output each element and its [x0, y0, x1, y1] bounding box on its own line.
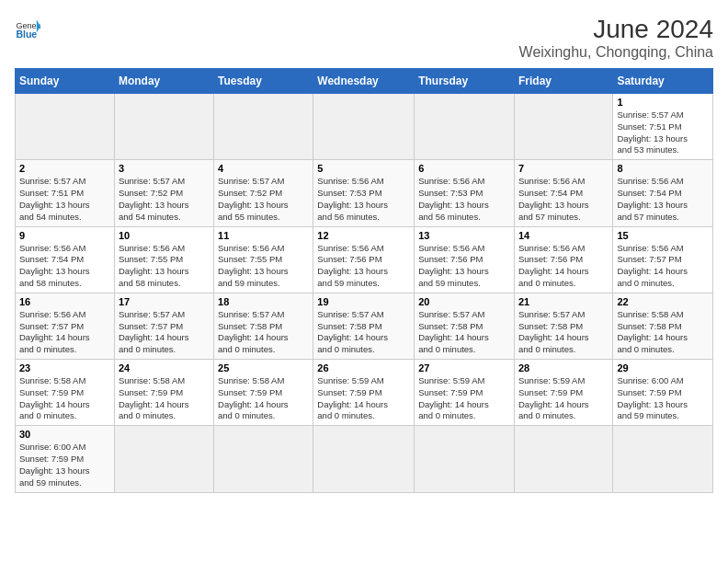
day-cell	[415, 94, 515, 160]
day-cell: 25Sunrise: 5:58 AM Sunset: 7:59 PM Dayli…	[214, 360, 313, 426]
col-header-sunday: Sunday	[16, 69, 115, 94]
day-cell	[114, 94, 213, 160]
week-row-2: 2Sunrise: 5:57 AM Sunset: 7:51 PM Daylig…	[16, 160, 713, 226]
day-number: 12	[317, 230, 410, 241]
day-cell: 19Sunrise: 5:57 AM Sunset: 7:58 PM Dayli…	[313, 293, 415, 359]
day-cell	[214, 426, 313, 492]
day-number: 16	[19, 296, 110, 307]
day-cell: 28Sunrise: 5:59 AM Sunset: 7:59 PM Dayli…	[514, 360, 612, 426]
subtitle: Weixinghu, Chongqing, China	[519, 44, 713, 61]
day-cell: 27Sunrise: 5:59 AM Sunset: 7:59 PM Dayli…	[415, 360, 515, 426]
day-cell: 1Sunrise: 5:57 AM Sunset: 7:51 PM Daylig…	[613, 94, 713, 160]
day-info: Sunrise: 6:00 AM Sunset: 7:59 PM Dayligh…	[19, 442, 110, 488]
day-number: 11	[218, 230, 309, 241]
day-cell: 22Sunrise: 5:58 AM Sunset: 7:58 PM Dayli…	[613, 293, 713, 359]
day-info: Sunrise: 5:56 AM Sunset: 7:56 PM Dayligh…	[518, 243, 609, 290]
day-cell: 23Sunrise: 5:58 AM Sunset: 7:59 PM Dayli…	[16, 360, 115, 426]
day-cell	[313, 94, 415, 160]
day-cell: 10Sunrise: 5:56 AM Sunset: 7:55 PM Dayli…	[114, 226, 213, 293]
day-info: Sunrise: 5:56 AM Sunset: 7:53 PM Dayligh…	[317, 176, 410, 223]
day-number: 18	[218, 296, 309, 307]
day-number: 23	[19, 362, 110, 373]
day-cell: 15Sunrise: 5:56 AM Sunset: 7:57 PM Dayli…	[613, 226, 713, 293]
day-cell: 30Sunrise: 6:00 AM Sunset: 7:59 PM Dayli…	[16, 426, 115, 492]
day-number: 7	[518, 163, 609, 174]
week-row-5: 23Sunrise: 5:58 AM Sunset: 7:59 PM Dayli…	[16, 360, 713, 426]
col-header-monday: Monday	[114, 69, 213, 94]
day-number: 26	[317, 362, 410, 373]
day-info: Sunrise: 5:56 AM Sunset: 7:56 PM Dayligh…	[418, 243, 510, 290]
day-info: Sunrise: 5:59 AM Sunset: 7:59 PM Dayligh…	[418, 375, 510, 422]
day-cell: 4Sunrise: 5:57 AM Sunset: 7:52 PM Daylig…	[214, 160, 313, 226]
day-info: Sunrise: 5:58 AM Sunset: 7:59 PM Dayligh…	[119, 375, 210, 422]
day-cell: 2Sunrise: 5:57 AM Sunset: 7:51 PM Daylig…	[16, 160, 115, 226]
week-row-6: 30Sunrise: 6:00 AM Sunset: 7:59 PM Dayli…	[16, 426, 713, 492]
day-number: 28	[518, 362, 609, 373]
day-info: Sunrise: 5:57 AM Sunset: 7:58 PM Dayligh…	[317, 309, 410, 356]
day-number: 5	[317, 163, 410, 174]
day-cell	[114, 426, 213, 492]
day-cell: 9Sunrise: 5:56 AM Sunset: 7:54 PM Daylig…	[16, 226, 115, 293]
title-block: June 2024 Weixinghu, Chongqing, China	[519, 15, 713, 61]
day-number: 20	[418, 296, 510, 307]
day-cell	[16, 94, 115, 160]
col-header-friday: Friday	[514, 69, 612, 94]
day-number: 27	[418, 362, 510, 373]
col-header-wednesday: Wednesday	[313, 69, 415, 94]
day-info: Sunrise: 5:56 AM Sunset: 7:55 PM Dayligh…	[119, 243, 210, 290]
day-number: 9	[19, 230, 110, 241]
col-header-thursday: Thursday	[415, 69, 515, 94]
day-cell	[613, 426, 713, 492]
day-cell: 16Sunrise: 5:56 AM Sunset: 7:57 PM Dayli…	[16, 293, 115, 359]
day-cell: 11Sunrise: 5:56 AM Sunset: 7:55 PM Dayli…	[214, 226, 313, 293]
day-cell: 24Sunrise: 5:58 AM Sunset: 7:59 PM Dayli…	[114, 360, 213, 426]
header: General Blue June 2024 Weixinghu, Chongq…	[15, 15, 713, 61]
day-number: 21	[518, 296, 609, 307]
day-number: 22	[617, 296, 709, 307]
day-info: Sunrise: 5:56 AM Sunset: 7:54 PM Dayligh…	[518, 176, 609, 223]
day-cell	[514, 94, 612, 160]
day-info: Sunrise: 5:57 AM Sunset: 7:58 PM Dayligh…	[218, 309, 309, 356]
day-cell: 14Sunrise: 5:56 AM Sunset: 7:56 PM Dayli…	[514, 226, 612, 293]
day-cell: 17Sunrise: 5:57 AM Sunset: 7:57 PM Dayli…	[114, 293, 213, 359]
day-cell: 8Sunrise: 5:56 AM Sunset: 7:54 PM Daylig…	[613, 160, 713, 226]
day-info: Sunrise: 5:59 AM Sunset: 7:59 PM Dayligh…	[317, 375, 410, 422]
col-header-tuesday: Tuesday	[214, 69, 313, 94]
day-cell: 6Sunrise: 5:56 AM Sunset: 7:53 PM Daylig…	[415, 160, 515, 226]
day-number: 29	[617, 362, 709, 373]
day-cell: 7Sunrise: 5:56 AM Sunset: 7:54 PM Daylig…	[514, 160, 612, 226]
week-row-1: 1Sunrise: 5:57 AM Sunset: 7:51 PM Daylig…	[16, 94, 713, 160]
day-number: 14	[518, 230, 609, 241]
day-info: Sunrise: 5:56 AM Sunset: 7:54 PM Dayligh…	[617, 176, 709, 223]
day-number: 24	[119, 362, 210, 373]
day-info: Sunrise: 5:59 AM Sunset: 7:59 PM Dayligh…	[518, 375, 609, 422]
day-info: Sunrise: 6:00 AM Sunset: 7:59 PM Dayligh…	[617, 375, 709, 422]
day-cell	[313, 426, 415, 492]
day-number: 3	[119, 163, 210, 174]
day-info: Sunrise: 5:56 AM Sunset: 7:56 PM Dayligh…	[317, 243, 410, 290]
day-cell	[514, 426, 612, 492]
day-number: 13	[418, 230, 510, 241]
day-info: Sunrise: 5:57 AM Sunset: 7:57 PM Dayligh…	[119, 309, 210, 356]
day-cell: 26Sunrise: 5:59 AM Sunset: 7:59 PM Dayli…	[313, 360, 415, 426]
day-number: 1	[617, 97, 709, 108]
header-row: SundayMondayTuesdayWednesdayThursdayFrid…	[16, 69, 713, 94]
day-info: Sunrise: 5:57 AM Sunset: 7:51 PM Dayligh…	[19, 176, 110, 223]
week-row-4: 16Sunrise: 5:56 AM Sunset: 7:57 PM Dayli…	[16, 293, 713, 359]
day-info: Sunrise: 5:56 AM Sunset: 7:57 PM Dayligh…	[19, 309, 110, 356]
day-info: Sunrise: 5:58 AM Sunset: 7:59 PM Dayligh…	[19, 375, 110, 422]
day-number: 2	[19, 163, 110, 174]
day-cell: 5Sunrise: 5:56 AM Sunset: 7:53 PM Daylig…	[313, 160, 415, 226]
day-number: 4	[218, 163, 309, 174]
day-info: Sunrise: 5:57 AM Sunset: 7:52 PM Dayligh…	[218, 176, 309, 223]
day-cell: 29Sunrise: 6:00 AM Sunset: 7:59 PM Dayli…	[613, 360, 713, 426]
week-row-3: 9Sunrise: 5:56 AM Sunset: 7:54 PM Daylig…	[16, 226, 713, 293]
logo-icon: General Blue	[15, 15, 40, 40]
day-info: Sunrise: 5:57 AM Sunset: 7:58 PM Dayligh…	[418, 309, 510, 356]
day-cell	[415, 426, 515, 492]
svg-text:Blue: Blue	[16, 29, 37, 40]
day-info: Sunrise: 5:58 AM Sunset: 7:58 PM Dayligh…	[617, 309, 709, 356]
day-cell	[214, 94, 313, 160]
day-info: Sunrise: 5:56 AM Sunset: 7:57 PM Dayligh…	[617, 243, 709, 290]
main-title: June 2024	[519, 15, 713, 44]
